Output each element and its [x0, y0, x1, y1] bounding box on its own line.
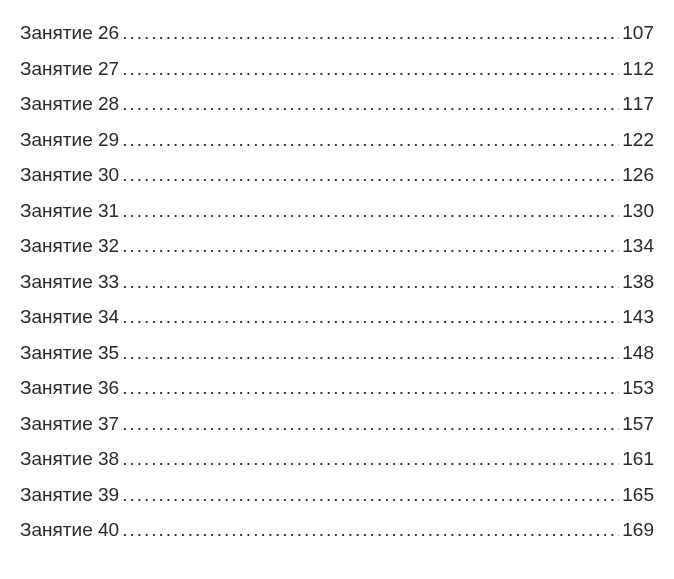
toc-entry-page: 126	[622, 164, 654, 186]
toc-page: Занятие 26 .............................…	[0, 0, 674, 577]
toc-entry-label: Занятие 35	[20, 342, 119, 364]
toc-entry-page: 138	[622, 271, 654, 293]
table-row: Занятие 32 .............................…	[20, 235, 654, 257]
toc-entry-label: Занятие 30	[20, 164, 119, 186]
toc-entry-page: 153	[622, 377, 654, 399]
toc-entry-page: 112	[622, 58, 654, 80]
toc-entry-page: 161	[622, 448, 654, 470]
toc-leader-dots: ........................................…	[122, 377, 619, 399]
toc-entry-page: 134	[622, 235, 654, 257]
toc-entry-page: 117	[622, 93, 654, 115]
toc-leader-dots: ........................................…	[122, 22, 619, 44]
toc-entry-label: Занятие 36	[20, 377, 119, 399]
table-row: Занятие 38 .............................…	[20, 448, 654, 470]
toc-entry-page: 157	[622, 413, 654, 435]
toc-leader-dots: ........................................…	[122, 306, 619, 328]
toc-entry-page: 130	[622, 200, 654, 222]
toc-leader-dots: ........................................…	[122, 484, 619, 506]
table-row: Занятие 37 .............................…	[20, 413, 654, 435]
table-row: Занятие 31 .............................…	[20, 200, 654, 222]
toc-entry-label: Занятие 29	[20, 129, 119, 151]
toc-leader-dots: ........................................…	[122, 413, 619, 435]
table-row: Занятие 28 .............................…	[20, 93, 654, 115]
table-row: Занятие 29 .............................…	[20, 129, 654, 151]
toc-leader-dots: ........................................…	[122, 58, 619, 80]
table-row: Занятие 30 .............................…	[20, 164, 654, 186]
toc-leader-dots: ........................................…	[122, 164, 619, 186]
toc-leader-dots: ........................................…	[122, 200, 619, 222]
toc-entry-label: Занятие 37	[20, 413, 119, 435]
toc-entry-label: Занятие 32	[20, 235, 119, 257]
table-row: Занятие 40 .............................…	[20, 519, 654, 541]
toc-entry-page: 165	[622, 484, 654, 506]
toc-entry-label: Занятие 31	[20, 200, 119, 222]
toc-entry-page: 122	[622, 129, 654, 151]
toc-leader-dots: ........................................…	[122, 271, 619, 293]
table-row: Занятие 39 .............................…	[20, 484, 654, 506]
table-row: Занятие 36 .............................…	[20, 377, 654, 399]
toc-leader-dots: ........................................…	[122, 235, 619, 257]
toc-leader-dots: ........................................…	[122, 93, 619, 115]
toc-entry-label: Занятие 34	[20, 306, 119, 328]
table-row: Занятие 35 .............................…	[20, 342, 654, 364]
table-row: Занятие 27 .............................…	[20, 58, 654, 80]
toc-leader-dots: ........................................…	[122, 519, 619, 541]
toc-entry-page: 143	[622, 306, 654, 328]
toc-leader-dots: ........................................…	[122, 129, 619, 151]
toc-entry-label: Занятие 40	[20, 519, 119, 541]
toc-entry-page: 148	[622, 342, 654, 364]
toc-entry-label: Занятие 27	[20, 58, 119, 80]
toc-entry-label: Занятие 28	[20, 93, 119, 115]
toc-entry-page: 107	[622, 22, 654, 44]
toc-entry-page: 169	[622, 519, 654, 541]
toc-entry-label: Занятие 33	[20, 271, 119, 293]
table-row: Занятие 33 .............................…	[20, 271, 654, 293]
table-row: Занятие 26 .............................…	[20, 22, 654, 44]
toc-entry-label: Занятие 39	[20, 484, 119, 506]
toc-entry-label: Занятие 26	[20, 22, 119, 44]
toc-leader-dots: ........................................…	[122, 342, 619, 364]
toc-leader-dots: ........................................…	[122, 448, 619, 470]
toc-entry-label: Занятие 38	[20, 448, 119, 470]
table-row: Занятие 34 .............................…	[20, 306, 654, 328]
